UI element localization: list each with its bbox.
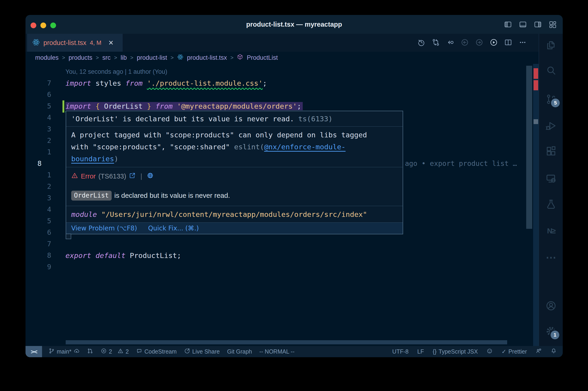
line-number: 5	[37, 100, 51, 112]
nx-console-icon[interactable]: N≥	[545, 225, 557, 237]
testing-beaker-icon[interactable]	[545, 198, 557, 210]
open-changes-icon[interactable]	[446, 38, 455, 48]
code-line-import-styles[interactable]: import styles from './product-list.modul…	[66, 77, 267, 89]
encoding-status[interactable]: UTF-8	[392, 348, 409, 355]
eslint-rule-link[interactable]: @nx/enforce-module-	[264, 143, 346, 151]
run-code-icon[interactable]	[490, 38, 498, 48]
breadcrumb-filename[interactable]: product-list.tsx	[187, 54, 227, 61]
sync-cloud-icon	[74, 348, 80, 355]
code-line-import-orderlist[interactable]: import { OrderList } from '@myreactapp/m…	[66, 100, 303, 112]
hover-eslint-line3: boundaries)	[71, 153, 398, 165]
toggle-primary-sidebar-icon[interactable]	[504, 20, 512, 30]
gitlens-blame-annotation: You, 12 seconds ago | 1 author (You)	[66, 66, 167, 77]
module-path-string: "/Users/juri/nrwl/content/myreactapp/mod…	[101, 210, 367, 218]
codestream-icon	[136, 348, 142, 355]
line-number: 8	[37, 250, 51, 261]
eslint-rule-link[interactable]: boundaries	[71, 155, 114, 163]
toggle-panel-icon[interactable]	[519, 20, 527, 30]
activity-bar: 5 N≥ ⋯ 1	[539, 34, 563, 346]
horizontal-scrollbar[interactable]	[66, 340, 507, 344]
line-number: 3	[37, 192, 51, 204]
git-branch-status[interactable]: main*	[48, 348, 80, 355]
code-line-export-default[interactable]: export default ProductList;	[66, 250, 181, 261]
breadcrumb-symbol[interactable]: ProductList	[247, 54, 278, 61]
tab-close-icon[interactable]: ×	[109, 39, 113, 47]
tab-filename: product-list.tsx	[43, 39, 86, 47]
line-number: 5	[37, 215, 51, 227]
breadcrumb-product-list[interactable]: product-list	[137, 54, 167, 61]
accounts-icon[interactable]	[545, 300, 557, 312]
prettier-status[interactable]: ✓ Prettier	[502, 348, 527, 355]
window-title: product-list.tsx — myreactapp	[25, 15, 563, 34]
hover-eslint-text: with "scope:products", "scope:shared"	[71, 143, 234, 151]
vertical-scrollbar[interactable]	[526, 66, 532, 229]
hover-error-header: Error (TS6133) |	[66, 167, 403, 185]
error-severity-label: Error	[81, 173, 95, 180]
hover-module-path: module "/Users/juri/nrwl/content/myreact…	[66, 206, 403, 222]
quick-fix-link[interactable]: Quick Fix... (⌘.)	[148, 224, 199, 232]
git-graph-label: Git Graph	[227, 348, 252, 355]
breadcrumb-separator: >	[130, 55, 133, 61]
warning-count: 2	[126, 348, 129, 355]
hover-eslint-source: eslint(	[234, 143, 264, 151]
timeline-history-icon[interactable]	[417, 38, 426, 48]
globe-icon[interactable]	[147, 172, 154, 181]
hover-separator: |	[140, 172, 142, 180]
git-graph-status[interactable]: Git Graph	[227, 348, 252, 355]
customize-layout-icon[interactable]	[549, 20, 557, 30]
more-actions-icon[interactable]	[518, 38, 527, 48]
search-icon[interactable]	[545, 65, 557, 77]
breadcrumb-lib[interactable]: lib	[121, 54, 127, 61]
remote-explorer-icon[interactable]	[545, 173, 557, 185]
selected-error-span: import { OrderList } from '@myreactapp/m…	[66, 102, 303, 110]
source-control-badge: 5	[551, 98, 560, 107]
titlebar-layout-controls	[504, 20, 557, 30]
open-external-icon[interactable]	[129, 172, 136, 181]
live-share-status[interactable]: Live Share	[184, 348, 220, 355]
git-compare-small-icon	[87, 348, 93, 355]
line-number: 6	[37, 227, 51, 238]
explorer-icon[interactable]	[545, 39, 557, 51]
errors-icon	[101, 348, 107, 355]
check-icon: ✓	[502, 348, 506, 355]
nav-forward-icon[interactable]	[475, 38, 484, 48]
breadcrumb-src[interactable]: src	[102, 54, 111, 61]
compare-changes-status[interactable]	[87, 348, 93, 355]
vim-mode-status[interactable]: -- NORMAL --	[259, 348, 294, 355]
breadcrumb-products[interactable]: products	[69, 54, 92, 61]
toggle-secondary-sidebar-icon[interactable]	[534, 20, 542, 30]
view-problem-link[interactable]: View Problem (⌥F8)	[71, 224, 137, 232]
git-compare-icon[interactable]	[431, 38, 440, 48]
line-number: 2	[37, 181, 51, 192]
breadcrumb-separator: >	[114, 55, 117, 61]
editor[interactable]: 76543218123456789 You, 12 seconds ago | …	[25, 64, 539, 346]
tab-product-list[interactable]: product-list.tsx 4, M ×	[27, 34, 123, 52]
vim-mode-label: -- NORMAL --	[259, 348, 294, 355]
line-number: 3	[37, 123, 51, 135]
hover-eslint-line1: A project tagged with "scope:products" c…	[71, 129, 398, 141]
titlebar: product-list.tsx — myreactapp	[25, 15, 563, 34]
breadcrumb-modules[interactable]: modules	[35, 54, 59, 61]
more-views-icon[interactable]: ⋯	[545, 251, 557, 263]
nav-back-icon[interactable]	[461, 38, 469, 48]
error-marker	[534, 68, 538, 79]
split-editor-icon[interactable]	[504, 38, 512, 48]
remote-indicator[interactable]: ><	[25, 346, 42, 357]
extensions-icon[interactable]	[545, 145, 557, 157]
hover-detail-text: is declared but its value is never read.	[114, 192, 230, 199]
module-keyword: module	[71, 210, 97, 218]
line-number: 7	[37, 238, 51, 250]
feedback-icon[interactable]	[536, 348, 542, 355]
breadcrumb-separator: >	[230, 55, 233, 61]
editor-actions	[417, 34, 527, 52]
problems-status[interactable]: 2 2	[101, 348, 129, 355]
run-debug-icon[interactable]	[545, 120, 557, 132]
eol-status[interactable]: LF	[417, 348, 424, 355]
notifications-bell-icon[interactable]	[551, 348, 557, 355]
hover-resize-handle[interactable]	[66, 234, 71, 239]
symbol-chip: OrderList	[71, 191, 112, 200]
octoface-icon[interactable]	[487, 348, 493, 355]
codestream-status[interactable]: CodeStream	[136, 348, 177, 355]
prettier-label: Prettier	[508, 348, 527, 355]
language-status[interactable]: {} TypeScript JSX	[433, 348, 478, 355]
